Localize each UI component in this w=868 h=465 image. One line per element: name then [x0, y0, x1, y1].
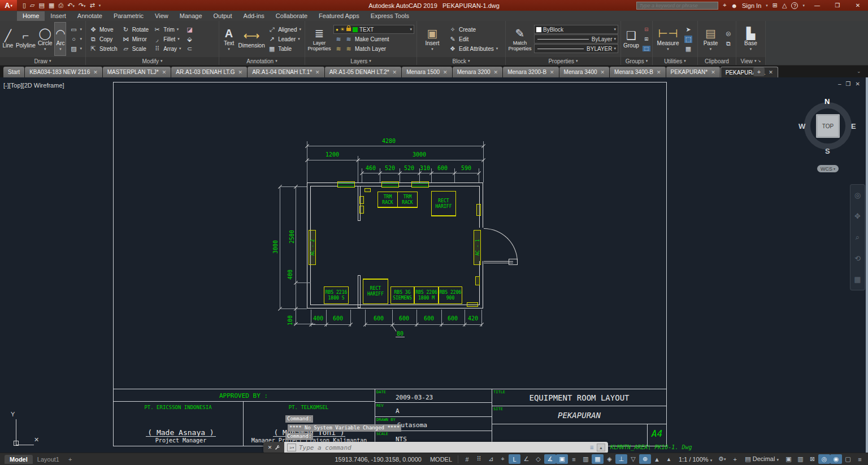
- layout1-tab[interactable]: Layout1: [33, 455, 64, 464]
- insert-button[interactable]: ▣Insert▾: [419, 22, 445, 56]
- scale-button[interactable]: ▱Scale: [121, 44, 150, 53]
- group-select-button[interactable]: ⬚: [641, 44, 652, 53]
- match-layer-button[interactable]: ≋≋Match Layer: [333, 44, 414, 53]
- file-tab-close-icon[interactable]: ✕: [550, 69, 554, 75]
- file-tab[interactable]: Menara 3200-B ✕: [503, 67, 558, 77]
- toggle-polar-tracking[interactable]: ∠: [520, 454, 532, 464]
- viewcube-top-face[interactable]: TOP: [816, 114, 840, 138]
- toggle-snap-mode[interactable]: ⠿: [473, 454, 485, 464]
- toggle-gizmo[interactable]: ⊕: [639, 454, 651, 464]
- file-tab[interactable]: PEKAPURAN-1 ✕: [721, 67, 778, 77]
- toggle-lock-ui[interactable]: ⊠: [806, 454, 818, 464]
- sign-in-button[interactable]: Sign In: [742, 2, 761, 9]
- ribbon-tab[interactable]: Annotate: [72, 11, 108, 21]
- cut-button[interactable]: ⮾: [723, 30, 734, 39]
- file-tab-close-icon[interactable]: ✕: [769, 69, 773, 75]
- help-icon[interactable]: ?: [791, 2, 798, 9]
- ribbon-tab[interactable]: Parametric: [108, 11, 149, 21]
- toggle-object-snap-tracking[interactable]: ∡: [544, 454, 556, 464]
- quick-select-button[interactable]: ➤: [683, 25, 693, 34]
- panel-groups-label[interactable]: Groups▾: [621, 57, 652, 65]
- toggle-object-snap[interactable]: ▣: [556, 454, 568, 464]
- panel-draw-label[interactable]: Draw▾: [0, 57, 85, 65]
- panel-view-label[interactable]: View▾ ↘: [736, 57, 765, 65]
- group-edit-button[interactable]: ⊞: [641, 34, 652, 44]
- file-tab-close-icon[interactable]: ✕: [93, 69, 98, 75]
- file-tab[interactable]: AR.A1-05 DENAH LT.2* ✕: [325, 67, 402, 77]
- copy-clip-button[interactable]: ⧉: [723, 40, 734, 49]
- ribbon-tab[interactable]: Add-ins: [238, 11, 270, 21]
- match-properties-button[interactable]: ✎Match Properties: [508, 22, 532, 56]
- measure-button[interactable]: ⊢⊣Measure▾: [655, 22, 681, 56]
- file-tab-close-icon[interactable]: ✕: [657, 69, 661, 75]
- search-input[interactable]: [636, 2, 718, 10]
- toggle-customization[interactable]: ≡: [854, 454, 866, 464]
- file-tab[interactable]: PEKAPURAN* ✕: [666, 67, 720, 77]
- panel-layers-label[interactable]: Layers▾: [305, 57, 416, 65]
- rectangle-button[interactable]: ▭▾: [68, 25, 83, 34]
- restore-button[interactable]: ❒: [830, 2, 845, 8]
- file-tab-close-icon[interactable]: ✕: [238, 69, 243, 75]
- ribbon-tab[interactable]: Output: [208, 11, 238, 21]
- file-tab[interactable]: Menara 3200 ✕: [453, 67, 502, 77]
- file-tab-close-icon[interactable]: ✕: [393, 69, 397, 75]
- file-tab-close-icon[interactable]: ✕: [315, 69, 320, 75]
- orbit-icon[interactable]: ⟲: [854, 254, 861, 263]
- table-button[interactable]: ▦Table: [267, 44, 302, 53]
- stretch-button[interactable]: ⇱Stretch: [88, 44, 119, 53]
- ribbon-tab[interactable]: Home: [17, 11, 45, 21]
- text-button[interactable]: AText▾: [222, 22, 236, 56]
- panel-modify-label[interactable]: Modify▾: [86, 57, 219, 65]
- viewport-restore-icon[interactable]: ❒: [846, 81, 851, 87]
- minimize-button[interactable]: —: [809, 2, 825, 8]
- toggle-annotation-monitor[interactable]: ▣: [783, 454, 795, 464]
- ungroup-button[interactable]: ⊟: [641, 25, 652, 34]
- file-tab[interactable]: Menara 1500 ✕: [402, 67, 452, 77]
- undo-icon[interactable]: ↶▾: [67, 2, 75, 9]
- toggle-selection-filter[interactable]: ▽: [627, 454, 639, 464]
- command-expand-icon[interactable]: ▲: [597, 444, 605, 451]
- mirror-button[interactable]: ⋈Mirror: [121, 34, 150, 44]
- recent-commands-icon[interactable]: >▾: [287, 444, 296, 451]
- close-button[interactable]: ✕: [850, 2, 866, 8]
- base-button[interactable]: ▙Base▾: [739, 22, 763, 56]
- file-tab-close-icon[interactable]: ✕: [443, 69, 448, 75]
- quick-calc-button[interactable]: ▦: [683, 44, 693, 53]
- pan-icon[interactable]: ✥: [854, 212, 861, 220]
- file-tab-close-icon[interactable]: ✕: [601, 69, 605, 75]
- toggle-3d-object-snap[interactable]: ◈: [604, 454, 615, 464]
- create-block-button[interactable]: ✧Create: [448, 25, 499, 34]
- file-tab[interactable]: Start: [3, 67, 24, 77]
- toggle-ortho-mode[interactable]: L: [509, 454, 520, 464]
- toggle-dynamic-input[interactable]: ⌖: [497, 454, 509, 464]
- viewport-minimize-icon[interactable]: –: [838, 81, 841, 87]
- new-drawing-tab[interactable]: +: [752, 67, 765, 76]
- file-tab[interactable]: Menara 3400 ✕: [559, 67, 609, 77]
- ribbon-tab[interactable]: Express Tools: [365, 11, 415, 21]
- toggle-isometric-drafting[interactable]: ◇: [532, 454, 544, 464]
- layer-unlock-icon[interactable]: [346, 28, 351, 31]
- viewcube-east[interactable]: E: [851, 122, 856, 131]
- paste-button[interactable]: ▤Paste▾: [700, 22, 721, 56]
- app-store-icon[interactable]: ⊞: [772, 2, 778, 9]
- panel-properties-label[interactable]: Properties▾: [506, 57, 620, 65]
- edit-block-button[interactable]: ✎Edit: [448, 34, 499, 44]
- file-tab[interactable]: AR.A1-04 DENAH LT.1* ✕: [248, 67, 324, 77]
- toggle-annotation-visibility[interactable]: ▲: [651, 454, 663, 464]
- navwheel-icon[interactable]: ◎: [854, 191, 861, 199]
- command-customize-icon[interactable]: [275, 445, 280, 451]
- sign-in-dropdown-icon[interactable]: ▾: [766, 3, 768, 8]
- panel-utilities-label[interactable]: Utilities▾: [653, 57, 697, 65]
- file-tab-close-icon[interactable]: ✕: [711, 69, 715, 75]
- toggle-infer-constraints[interactable]: ⊿: [485, 454, 497, 464]
- paste-special-button[interactable]: ⬚: [683, 34, 693, 44]
- workspace-switching-icon[interactable]: ⚙▾: [716, 454, 728, 464]
- command-input[interactable]: [299, 444, 587, 451]
- toggle-lineweight[interactable]: ≡: [568, 454, 580, 464]
- command-close-icon[interactable]: ✕: [268, 445, 272, 450]
- explode-button[interactable]: ⬙: [185, 34, 195, 44]
- fillet-button[interactable]: ◞Fillet▾: [152, 34, 182, 44]
- ribbon-tab[interactable]: Manage: [174, 11, 208, 21]
- annotation-monitor-plus-icon[interactable]: +: [729, 454, 741, 464]
- toggle-dynamic-ucs[interactable]: ⊥: [615, 454, 627, 464]
